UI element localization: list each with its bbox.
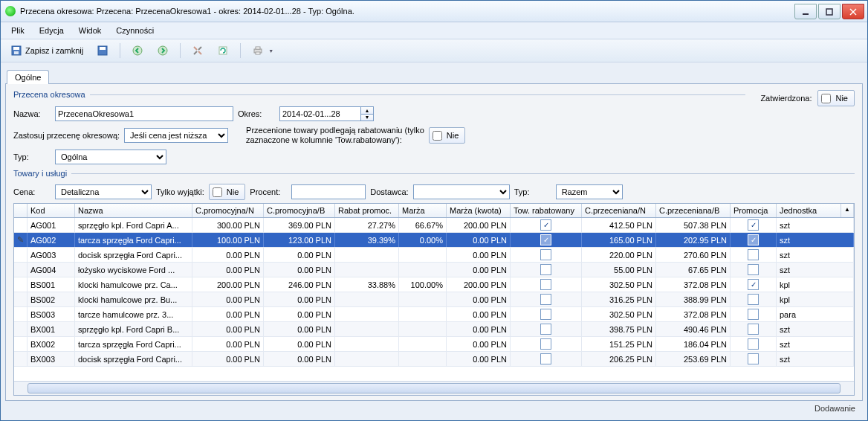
promo-checkbox[interactable] (748, 338, 759, 350)
table-cell[interactable] (335, 292, 399, 306)
table-row[interactable]: AG004łożysko wyciskowe Ford ...0.00 PLN0… (14, 263, 854, 277)
table-cell[interactable]: szt (777, 233, 854, 247)
procent-input[interactable] (291, 184, 366, 199)
table-row[interactable]: BX003docisk sprzęgła Ford Capri...0.00 P… (14, 352, 854, 367)
col-cpn[interactable]: C.promocyjna/N (192, 204, 264, 217)
dostawca-select[interactable] (413, 184, 510, 199)
table-cell[interactable] (731, 337, 777, 351)
menu-czynnosci[interactable]: Czynności (110, 25, 160, 36)
table-cell[interactable]: ✎ (14, 233, 27, 247)
table-cell[interactable] (399, 352, 447, 366)
table-cell[interactable]: 33.88% (335, 277, 399, 292)
table-cell[interactable] (511, 233, 582, 247)
table-cell[interactable] (511, 292, 582, 306)
table-cell[interactable]: 0.00 PLN (192, 292, 264, 306)
table-cell[interactable]: 302.50 PLN (582, 277, 656, 292)
table-cell[interactable]: 270.60 PLN (656, 248, 731, 262)
table-cell[interactable] (731, 263, 777, 277)
table-cell[interactable]: docisk sprzęgła Ford Capri... (75, 352, 192, 366)
table-cell[interactable] (511, 322, 582, 336)
tow-checkbox[interactable] (540, 279, 551, 290)
approved-checkbox[interactable] (821, 94, 831, 103)
table-cell[interactable]: 0.00 PLN (447, 322, 511, 336)
table-row[interactable]: ✎AG002tarcza sprzęgła Ford Capri...100.0… (14, 233, 854, 248)
table-cell[interactable] (511, 263, 582, 277)
horizontal-scrollbar[interactable] (14, 381, 854, 395)
col-rabat[interactable]: Rabat promoc. (335, 204, 399, 217)
table-cell[interactable] (14, 218, 27, 232)
table-cell[interactable]: 398.75 PLN (582, 322, 656, 336)
table-cell[interactable] (511, 218, 582, 232)
typ-select[interactable]: Ogólna (55, 150, 166, 164)
table-cell[interactable]: tarcza sprzęgła Ford Capri... (75, 233, 192, 247)
table-row[interactable]: AG003docisk sprzęgła Ford Capri...0.00 P… (14, 248, 854, 263)
table-cell[interactable] (731, 322, 777, 336)
filter-typ-select[interactable]: Razem (556, 184, 623, 199)
table-cell[interactable]: 67.65 PLN (656, 263, 731, 277)
table-cell[interactable]: klocki hamulcowe prz. Ca... (75, 277, 192, 292)
table-cell[interactable]: 200.00 PLN (447, 277, 511, 292)
table-cell[interactable]: BS001 (27, 277, 75, 292)
tab-ogolne[interactable]: Ogólne (7, 70, 49, 84)
table-cell[interactable] (511, 248, 582, 262)
promo-checkbox[interactable] (748, 353, 759, 364)
col-marza[interactable]: Marża (399, 204, 447, 217)
table-cell[interactable] (14, 322, 27, 336)
table-cell[interactable] (14, 352, 27, 366)
table-cell[interactable] (14, 248, 27, 262)
table-cell[interactable]: AG004 (27, 263, 75, 277)
nav-forward-button[interactable] (152, 42, 174, 60)
table-cell[interactable]: docisk sprzęgła Ford Capri... (75, 248, 192, 262)
save-and-close-button[interactable]: Zapisz i zamknij (5, 42, 88, 60)
table-cell[interactable]: sprzęgło kpl. Ford Capri A... (75, 218, 192, 232)
table-cell[interactable] (731, 248, 777, 262)
promo-checkbox[interactable] (748, 234, 759, 245)
approved-toggle[interactable]: Nie (817, 90, 855, 106)
promo-checkbox[interactable] (748, 264, 759, 275)
table-cell[interactable]: tarcza sprzęgła Ford Capri... (75, 337, 192, 351)
col-tow[interactable]: Tow. rabatowany (511, 204, 582, 217)
col-jedn[interactable]: Jednostka (777, 204, 841, 217)
zastosuj-select[interactable]: Jeśli cena jest niższa (124, 128, 228, 143)
table-cell[interactable]: 0.00 PLN (264, 337, 335, 351)
tow-checkbox[interactable] (540, 219, 551, 231)
promo-checkbox[interactable] (748, 279, 759, 290)
print-button[interactable]: ▼ (247, 42, 279, 60)
table-cell[interactable]: 253.69 PLN (656, 352, 731, 366)
promo-checkbox[interactable] (748, 309, 759, 320)
table-cell[interactable] (731, 277, 777, 292)
table-cell[interactable]: 302.50 PLN (582, 307, 656, 321)
table-cell[interactable] (511, 352, 582, 366)
table-cell[interactable]: 55.00 PLN (582, 263, 656, 277)
table-cell[interactable]: szt (777, 322, 854, 336)
table-cell[interactable]: szt (777, 337, 854, 351)
table-cell[interactable]: 0.00 PLN (264, 307, 335, 321)
table-cell[interactable]: 0.00 PLN (447, 307, 511, 321)
table-cell[interactable]: 372.08 PLN (656, 307, 731, 321)
tow-checkbox[interactable] (540, 294, 551, 305)
table-cell[interactable]: szt (777, 352, 854, 366)
table-cell[interactable]: BS003 (27, 307, 75, 321)
col-cprn[interactable]: C.przeceniana/N (582, 204, 656, 217)
col-cpb[interactable]: C.promocyjna/B (264, 204, 335, 217)
table-cell[interactable]: 200.00 PLN (447, 218, 511, 232)
minimize-button[interactable] (794, 4, 817, 19)
nazwa-input[interactable] (55, 106, 233, 121)
table-cell[interactable]: BS002 (27, 292, 75, 306)
tow-checkbox[interactable] (540, 234, 551, 245)
cena-select[interactable]: Detaliczna (55, 184, 152, 199)
table-cell[interactable]: 490.46 PLN (656, 322, 731, 336)
table-cell[interactable]: 0.00 PLN (264, 352, 335, 366)
table-cell[interactable]: 369.00 PLN (264, 218, 335, 232)
col-marzak[interactable]: Marża (kwota) (447, 204, 511, 217)
table-cell[interactable] (14, 277, 27, 292)
table-cell[interactable]: 507.38 PLN (656, 218, 731, 232)
table-cell[interactable]: 39.39% (335, 233, 399, 247)
table-cell[interactable]: BX001 (27, 322, 75, 336)
table-cell[interactable]: 388.99 PLN (656, 292, 731, 306)
table-cell[interactable] (14, 337, 27, 351)
table-cell[interactable]: BX002 (27, 337, 75, 351)
table-cell[interactable]: sprzęgło kpl. Ford Capri B... (75, 322, 192, 336)
table-cell[interactable] (399, 292, 447, 306)
okres-input[interactable]: ▲▼ (279, 106, 374, 121)
